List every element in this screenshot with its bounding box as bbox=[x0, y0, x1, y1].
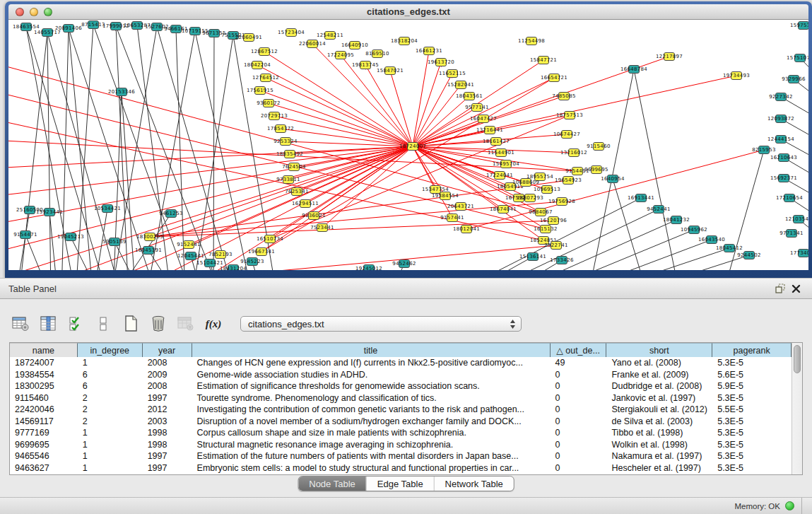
column-header-out_de[interactable]: △ out_de... bbox=[551, 343, 607, 357]
table-cell[interactable]: Nakamura et al. (1997) bbox=[606, 450, 712, 462]
table-cell[interactable]: Corpus callosum shape and size in male p… bbox=[192, 427, 551, 439]
graph-node[interactable]: 20729713 bbox=[269, 112, 280, 120]
table-cell[interactable]: Tourette syndrome. Phenomenology and cla… bbox=[192, 392, 551, 404]
graph-node[interactable]: 15136141 bbox=[527, 252, 539, 261]
table-cell[interactable]: Structural magnetic resonance image aver… bbox=[192, 439, 551, 451]
graph-node[interactable]: 9136021 bbox=[308, 211, 319, 220]
table-cell[interactable]: 2008 bbox=[143, 357, 192, 369]
graph-node[interactable]: 8215953 bbox=[758, 146, 770, 154]
table-row[interactable]: 2242004622012Investigating the contribut… bbox=[10, 404, 792, 416]
column-header-in_degree[interactable]: in_degree bbox=[78, 343, 143, 357]
graph-node[interactable]: 18318204 bbox=[399, 37, 410, 45]
table-cell[interactable]: 0 bbox=[551, 439, 607, 451]
graph-node[interactable]: 11652115 bbox=[447, 69, 458, 78]
graph-node[interactable]: 9115460 bbox=[593, 142, 604, 151]
graph-node[interactable]: 12764512 bbox=[260, 74, 271, 82]
graph-node[interactable]: 7523441 bbox=[317, 223, 328, 232]
show-columns-icon[interactable] bbox=[39, 315, 57, 333]
table-cell[interactable]: Franke et al. (2009) bbox=[606, 369, 712, 381]
graph-node[interactable]: 22060014 bbox=[307, 40, 318, 48]
table-cell[interactable]: 14569117 bbox=[10, 416, 78, 428]
graph-node[interactable]: 15847721 bbox=[538, 56, 549, 64]
graph-edge[interactable] bbox=[25, 235, 51, 270]
graph-node[interactable]: 20153346 bbox=[116, 88, 127, 96]
graph-edge[interactable] bbox=[116, 26, 129, 270]
unselect-all-columns-icon[interactable] bbox=[94, 315, 112, 333]
graph-node[interactable]: 2522741 bbox=[551, 241, 562, 250]
graph-node[interactable]: 19756928 bbox=[556, 197, 567, 206]
graph-node[interactable]: 15723404 bbox=[286, 28, 297, 37]
graph-node[interactable]: 16648784 bbox=[628, 65, 640, 74]
table-cell[interactable]: 18300295 bbox=[10, 380, 78, 392]
column-header-pagerank[interactable]: pagerank bbox=[712, 343, 792, 357]
table-cell[interactable]: Changes of HCN gene expression and I(f) … bbox=[192, 357, 551, 369]
graph-node[interactable]: 16120796 bbox=[548, 216, 559, 225]
table-cell[interactable]: 9699695 bbox=[10, 439, 78, 451]
graph-node[interactable]: 15495704 bbox=[500, 160, 512, 168]
graph-node[interactable]: 7485085 bbox=[558, 92, 570, 100]
graph-node[interactable]: 10945962 bbox=[688, 226, 700, 234]
table-row[interactable]: 977716911998Corpus callosum shape and si… bbox=[10, 427, 792, 439]
graph-node[interactable]: 16043540 bbox=[706, 235, 717, 244]
graph-edge[interactable] bbox=[588, 248, 729, 270]
graph-node[interactable]: 15347754 bbox=[430, 185, 441, 194]
table-row[interactable]: 1830029562008Estimation of significance … bbox=[10, 380, 792, 392]
graph-node[interactable]: 17734021 bbox=[798, 249, 808, 257]
graph-node[interactable]: 9452441 bbox=[653, 205, 664, 214]
graph-node[interactable]: 9244502 bbox=[743, 251, 755, 259]
column-header-year[interactable]: year bbox=[143, 343, 192, 357]
table-cell[interactable]: 0 bbox=[551, 392, 607, 404]
graph-node[interactable]: 16654721 bbox=[548, 74, 560, 82]
table-cell[interactable]: 49 bbox=[551, 357, 607, 369]
graph-edge[interactable] bbox=[261, 146, 413, 252]
graph-node[interactable]: 16510734 bbox=[264, 235, 276, 243]
table-cell[interactable]: Tibbo et al. (1998) bbox=[606, 427, 712, 439]
column-header-title[interactable]: title bbox=[192, 343, 551, 357]
graph-node[interactable]: 5905139 bbox=[109, 238, 120, 246]
table-cell[interactable]: 6 bbox=[78, 369, 143, 381]
tab-node-table[interactable]: Node Table bbox=[298, 477, 367, 491]
table-cell[interactable]: 0 bbox=[551, 369, 607, 381]
graph-node[interactable]: 20643721 bbox=[455, 202, 466, 211]
table-cell[interactable]: 2 bbox=[78, 392, 143, 404]
graph-node[interactable]: 16210643 bbox=[778, 153, 789, 162]
table-cell[interactable]: 1 bbox=[78, 450, 143, 462]
graph-node[interactable]: 9360172 bbox=[263, 99, 274, 107]
table-cell[interactable]: 2 bbox=[78, 404, 143, 416]
graph-node[interactable]: 7625341 bbox=[291, 187, 302, 196]
table-cell[interactable]: 0 bbox=[551, 427, 607, 439]
close-window-button[interactable] bbox=[16, 8, 24, 16]
graph-node[interactable]: 18041232 bbox=[671, 216, 682, 224]
graph-node[interactable]: 16913441 bbox=[635, 194, 647, 202]
graph-edge[interactable] bbox=[47, 33, 51, 270]
table-cell[interactable]: 1998 bbox=[143, 427, 192, 439]
graph-node[interactable]: 13216012 bbox=[568, 148, 579, 157]
graph-node[interactable]: 10674427 bbox=[561, 130, 572, 139]
graph-node[interactable]: 10688609 bbox=[520, 178, 531, 187]
graph-node[interactable]: 9157441 bbox=[447, 214, 458, 222]
graph-node[interactable]: 18043561 bbox=[464, 92, 475, 100]
table-cell[interactable]: 9115460 bbox=[10, 392, 78, 404]
graph-edge[interactable] bbox=[76, 25, 93, 270]
table-selector-dropdown[interactable]: citations_edges.txt bbox=[240, 316, 522, 332]
graph-node[interactable]: 9699695 bbox=[591, 165, 602, 174]
table-cell[interactable]: de Silva et al. (2003) bbox=[606, 416, 712, 428]
table-cell[interactable]: Hescheler et al. (1997) bbox=[606, 462, 712, 474]
table-row[interactable]: 946362711997Embryonic stem cells: a mode… bbox=[10, 462, 792, 474]
graph-node[interactable]: 1615132 bbox=[540, 225, 551, 233]
graph-node[interactable]: 9684067 bbox=[535, 208, 546, 216]
graph-node[interactable]: 9466161 bbox=[170, 25, 182, 33]
table-cell[interactable]: 1 bbox=[78, 357, 143, 369]
vertical-scrollbar[interactable] bbox=[792, 343, 802, 474]
table-cell[interactable]: 9777169 bbox=[10, 427, 78, 439]
table-cell[interactable]: 0 bbox=[551, 462, 607, 474]
graph-node[interactable]: 9154491 bbox=[572, 167, 583, 175]
graph-node[interactable]: 17224041 bbox=[494, 171, 505, 180]
table-cell[interactable]: 1997 bbox=[143, 462, 192, 474]
graph-node[interactable]: 15692371 bbox=[778, 174, 789, 182]
table-cell[interactable]: Estimation of significance thresholds fo… bbox=[192, 380, 551, 392]
graph-node[interactable]: 18757513 bbox=[564, 111, 575, 119]
graph-node[interactable]: 17224095 bbox=[335, 51, 346, 59]
graph-node[interactable]: 18431204 bbox=[228, 264, 239, 270]
graph-node[interactable]: 16294511 bbox=[300, 199, 311, 208]
